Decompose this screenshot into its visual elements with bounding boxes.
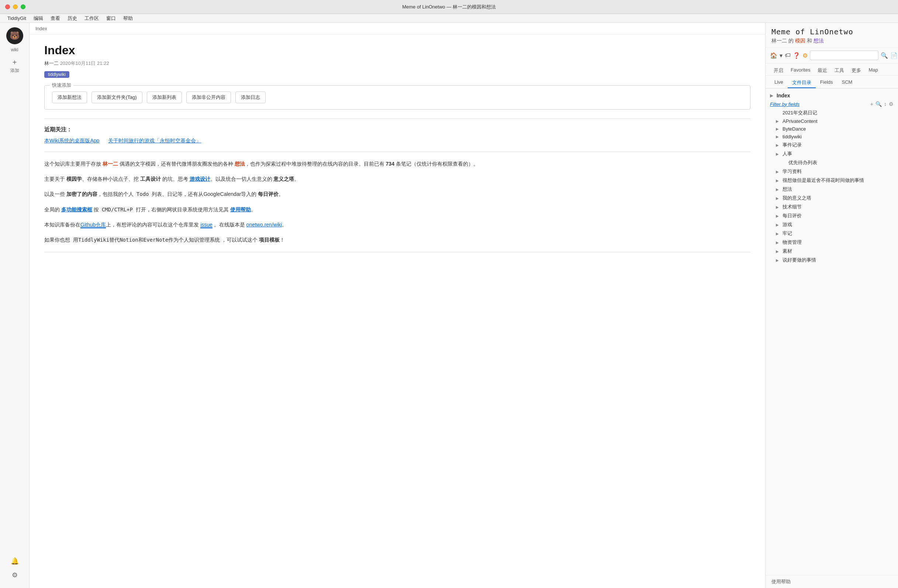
website-link[interactable]: onetwo.ren/wiki [246,222,282,227]
menu-history[interactable]: 历史 [65,14,80,23]
menu-view[interactable]: 查看 [48,14,63,23]
quick-add-box: 快速添加 添加新想法 添加新文件夹(Tag) 添加新列表 添加非公开内容 添加日… [44,85,750,109]
tree-item-0[interactable]: 2021年交易日记 [766,109,898,117]
plus-icon: + [12,58,17,67]
nav-more[interactable]: 更多 [848,66,865,75]
filter-section-header[interactable]: Filter by fields + 🔍 ↕ ⚙ [766,100,898,109]
maximize-button[interactable] [21,5,25,9]
nav-map[interactable]: Map [865,66,881,75]
title-zh-1: 林一二 的 [772,38,793,43]
add-folder-button[interactable]: 添加新文件夹(Tag) [91,92,142,103]
add-private-button[interactable]: 添加非公开内容 [186,92,231,103]
tree-label-2: ByteDance [783,126,806,132]
tree-label-5: 人事 [783,150,792,157]
nav-tools[interactable]: 工具 [831,66,848,75]
tag-badge[interactable]: tiddlywiki [44,71,69,78]
right-panel-tree: ▶ Index Filter by fields + 🔍 ↕ ⚙ 2021年交易… [766,89,898,575]
tree-item-7[interactable]: ▶ 学习资料 [766,167,898,176]
tree-item-2[interactable]: ▶ ByteDance [766,125,898,133]
add-button[interactable]: + 添加 [10,58,19,74]
help-icon[interactable]: ❓ [793,51,800,60]
search-filter-icon[interactable]: 🔍 [875,101,882,107]
nav-favorites[interactable]: Favorites [787,66,814,75]
tab-fields[interactable]: Fields [816,78,838,88]
add-list-button[interactable]: 添加新列表 [147,92,182,103]
right-panel-tabs: Live 文件目录 Fields SCM [766,75,898,89]
paragraph-5: 本知识库备份在Github仓库上，有想评论的内容可以在这个仓库里发 issue … [44,220,750,229]
tree-item-16[interactable]: ▶ 素材 [766,247,898,256]
right-panel-header: Meme of LinOnetwo 林一二 的 模因 和 想法 [766,23,898,48]
quick-add-buttons: 添加新想法 添加新文件夹(Tag) 添加新列表 添加非公开内容 添加日志 [52,92,743,103]
index-chevron: ▶ [770,93,776,98]
tree-label-12: 每日评价 [783,212,802,219]
tree-item-13[interactable]: ▶ 游戏 [766,220,898,229]
divider-2 [44,152,750,152]
paragraph-1: 这个知识库主要用于存放 林一二 偶遇的文字模因，还有替代微博朋友圈发他的各种 想… [44,160,750,169]
add-thought-button[interactable]: 添加新想法 [52,92,87,103]
breadcrumb: Index [29,23,765,35]
notification-icon[interactable]: 🔔 [11,557,19,565]
tree-label-1: APrivateContent [783,118,818,124]
close-button[interactable] [5,5,10,9]
menu-window[interactable]: 窗口 [103,14,119,23]
index-label: Index [777,92,790,98]
tree-item-8[interactable]: ▶ 很想做但是最近舍不得花时间做的事情 [766,176,898,185]
tree-item-12[interactable]: ▶ 每日评价 [766,211,898,220]
gear-icon[interactable]: ⚙ [803,51,807,60]
left-sidebar: 🐻 wiki + 添加 🔔 ⚙ [0,23,29,588]
page-meta: 林一二 2020年10月11日 21:22 [44,60,750,67]
nav-recent[interactable]: 最近 [814,66,831,75]
settings-icon[interactable]: ⚙ [12,571,18,579]
right-panel-footer[interactable]: 使用帮助 [766,575,898,588]
tree-item-17[interactable]: ▶ 说好要做的事情 [766,256,898,264]
search-icon[interactable]: 🔍 [881,51,888,60]
doc-icon[interactable]: 📄 [890,51,898,60]
search-input[interactable] [810,51,878,60]
tree-label-6: 优先待办列表 [789,160,817,166]
right-panel-nav: 开启 Favorites 最近 工具 更多 Map [766,63,898,75]
add-journal-button[interactable]: 添加日志 [235,92,266,103]
quick-add-legend: 快速添加 [50,82,74,89]
dropdown-icon[interactable]: ▾ [780,51,783,60]
tree-item-9[interactable]: ▶ 想法 [766,185,898,193]
tab-scm[interactable]: SCM [838,78,857,88]
minimize-button[interactable] [13,5,18,9]
recent-heading: 近期关注： [44,126,750,133]
tree-item-14[interactable]: ▶ 牢记 [766,229,898,238]
tree-item-10[interactable]: ▶ 我的意义之塔 [766,193,898,203]
plus-filter-icon[interactable]: + [870,101,873,107]
window-controls[interactable] [5,5,25,9]
nav-kaqi[interactable]: 开启 [770,66,787,75]
paragraph-2: 主要关于 模因学、存储各种小说点子、挖 工具设计 的坑、思考 游戏设计。以及统合… [44,175,750,184]
main-content: Index Index 林一二 2020年10月11日 21:22 tiddly… [29,23,765,588]
tree-item-4[interactable]: ▶ 事件记录 [766,141,898,149]
tree-item-1[interactable]: ▶ APrivateContent [766,117,898,125]
wiki-label: wiki [11,47,18,52]
home-icon[interactable]: 🏠 [770,51,777,60]
paragraph-6: 如果你也想 用TiddlyWiki替代Notion和EverNote作为个人知识… [44,235,750,244]
tab-live[interactable]: Live [770,78,788,88]
issue-link[interactable]: issue [200,222,212,228]
menu-workspace[interactable]: 工作区 [81,14,102,23]
divider-3 [44,252,750,252]
recent-link-2[interactable]: 关于时间旅行的游戏「永恒时空基金会」 [108,138,201,144]
settings-filter-icon[interactable]: ⚙ [889,101,893,107]
avatar[interactable]: 🐻 [6,27,23,44]
tab-filedirectory[interactable]: 文件目录 [788,78,816,88]
tree-item-15[interactable]: ▶ 物资管理 [766,238,898,247]
tree-item-11[interactable]: ▶ 技术细节 [766,203,898,211]
github-link[interactable]: Github仓库 [80,222,106,228]
title-zh-purple: 想法 [813,38,824,43]
tree-label-16: 素材 [783,248,792,255]
tag-icon[interactable]: 🏷 [785,51,790,60]
menu-help[interactable]: 帮助 [120,14,136,23]
menu-edit[interactable]: 编辑 [31,14,46,23]
author: 林一二 [44,60,58,66]
tree-item-6[interactable]: 优先待办列表 [766,158,898,167]
menu-tiddlygit[interactable]: TiddlyGit [5,15,29,22]
recent-link-1[interactable]: 本Wiki系统的桌面版App [44,138,99,144]
tree-item-3[interactable]: ▶ tiddlywiki [766,133,898,141]
tree-index-item[interactable]: ▶ Index [766,92,898,100]
sort-filter-icon[interactable]: ↕ [884,101,887,107]
tree-item-5[interactable]: ▶ 人事 [766,149,898,158]
